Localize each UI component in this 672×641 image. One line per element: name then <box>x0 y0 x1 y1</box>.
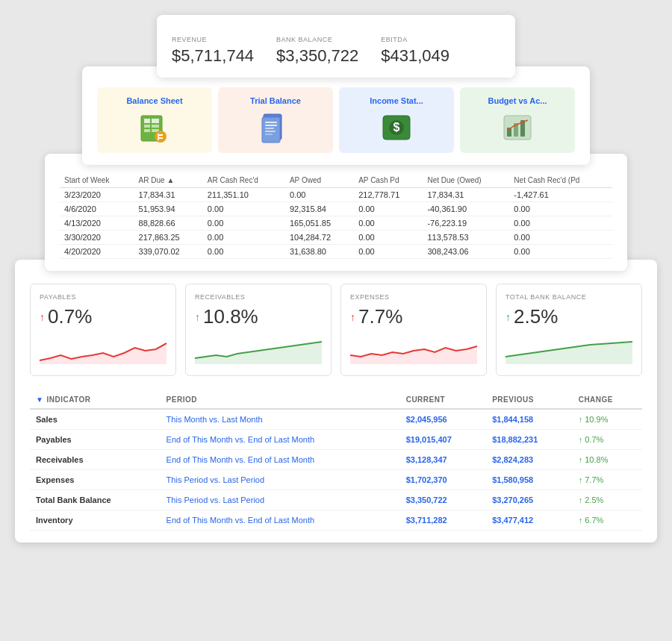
kpi-arrow-icon: ↑ <box>40 311 45 323</box>
svg-rect-2 <box>152 119 159 123</box>
kpi-sparkline <box>350 334 477 364</box>
kpi-previous: $3,270,265 <box>486 490 573 510</box>
table-cell: 0.00 <box>354 245 423 259</box>
kpi-metric-card: PAYABLES ↑ 0.7% <box>30 284 176 376</box>
table-row: Total Bank BalanceThis Period vs. Last P… <box>30 490 642 510</box>
kpi-col-header: PREVIOUS <box>486 391 573 409</box>
suite-item-label: Income Stat... <box>370 96 423 105</box>
svg-text:$: $ <box>393 121 400 134</box>
table-row: 4/6/202051,953.940.0092,315.840.00-40,36… <box>60 202 612 216</box>
metric-item: REVENUE $5,711,744 <box>172 36 254 66</box>
kpi-col-header: ▼INDICATOR <box>30 391 161 409</box>
kpi-table-body: SalesThis Month vs. Last Month$2,045,956… <box>30 409 642 531</box>
table-cell: -1,427.61 <box>509 188 612 202</box>
kpi-previous: $1,580,958 <box>486 470 573 490</box>
kpi-indicator: Total Bank Balance <box>30 490 161 510</box>
table-row: 3/30/2020217,863.250.00104,284.720.00113… <box>60 231 612 245</box>
filter-icon[interactable]: ▼ <box>36 395 43 404</box>
kpi-previous: $2,824,283 <box>486 450 573 470</box>
weekly-table: Start of WeekAR Due ▲AR Cash Rec'dAP Owe… <box>60 173 612 259</box>
document-icon <box>259 111 292 144</box>
suite-item[interactable]: Balance Sheet <box>97 87 212 153</box>
kpi-table: ▼INDICATORPERIODCURRENTPREVIOUSCHANGE Sa… <box>30 391 642 531</box>
kpi-metric-percent: ↑ 7.7% <box>350 305 477 328</box>
table-cell: 217,863.25 <box>134 231 203 245</box>
kpi-period[interactable]: End of This Month vs. End of Last Month <box>161 430 400 450</box>
table-cell: -40,361.90 <box>423 202 509 216</box>
dollar-icon: $ <box>380 111 413 144</box>
kpi-sparkline <box>195 334 322 364</box>
kpi-current: $19,015,407 <box>400 430 487 450</box>
weekly-col-header: AP Cash Pd <box>354 173 423 188</box>
metric-item: BANK BALANCE $3,350,722 <box>276 36 358 66</box>
suite-item[interactable]: Budget vs Ac... <box>460 87 575 153</box>
table-row: 4/20/2020339,070.020.0031,638.800.00308,… <box>60 245 612 259</box>
kpi-change: ↑ 7.7% <box>573 470 642 490</box>
svg-rect-9 <box>158 137 163 139</box>
kpi-change: ↑ 10.8% <box>573 450 642 470</box>
kpi-period[interactable]: End of This Month vs. End of Last Month <box>161 510 400 531</box>
table-cell: 212,778.71 <box>354 188 423 202</box>
weekly-col-header: AR Cash Rec'd <box>203 173 285 188</box>
kpi-period[interactable]: This Period vs. Last Period <box>161 490 400 510</box>
svg-rect-8 <box>158 134 163 136</box>
suite-card: Balance Sheet Trial Balance Income Stat.… <box>82 66 590 165</box>
kpi-metric-card: EXPENSES ↑ 7.7% <box>340 284 487 376</box>
kpi-current: $3,350,722 <box>400 490 487 510</box>
financials-card: REVENUE $5,711,744 BANK BALANCE $3,350,7… <box>157 15 515 78</box>
suite-item[interactable]: Income Stat... $ <box>339 87 454 153</box>
weekly-card: Start of WeekAR Due ▲AR Cash Rec'dAP Owe… <box>45 154 627 271</box>
weekly-col-header: Net Due (Owed) <box>423 173 509 188</box>
svg-rect-22 <box>265 134 273 135</box>
kpi-change: ↑ 0.7% <box>573 430 642 450</box>
kpi-previous: $18,882,231 <box>486 430 573 450</box>
suite-item-label: Trial Balance <box>250 96 301 105</box>
kpi-indicator: Payables <box>30 430 161 450</box>
kpi-period[interactable]: This Period vs. Last Period <box>161 470 400 490</box>
table-row: InventoryEnd of This Month vs. End of La… <box>30 510 642 531</box>
table-cell: 0.00 <box>354 202 423 216</box>
table-row: ReceivablesEnd of This Month vs. End of … <box>30 450 642 470</box>
kpi-change: ↑ 10.9% <box>573 409 642 430</box>
table-cell: 211,351.10 <box>203 188 285 202</box>
kpi-col-header: CURRENT <box>400 391 487 409</box>
metric-value: $431,049 <box>381 46 449 66</box>
metric-label: EBITDA <box>381 36 449 43</box>
kpi-metric-card: TOTAL BANK BALANCE ↑ 2.5% <box>496 284 642 376</box>
kpi-period[interactable]: End of This Month vs. End of Last Month <box>161 450 400 470</box>
table-cell: 17,834.31 <box>423 188 509 202</box>
weekly-col-header: AR Due ▲ <box>134 173 203 188</box>
table-cell: 0.00 <box>509 202 612 216</box>
kpi-period[interactable]: This Month vs. Last Month <box>161 409 400 430</box>
kpi-change: ↑ 6.7% <box>573 510 642 531</box>
table-cell: -76,223.19 <box>423 216 509 231</box>
kpi-card: PAYABLES ↑ 0.7% RECEIVABLES ↑ 10.8% EXPE… <box>15 260 657 542</box>
svg-rect-18 <box>265 122 277 123</box>
table-row: 4/13/202088,828.660.00165,051.850.00-76,… <box>60 216 612 231</box>
kpi-indicator: Inventory <box>30 510 161 531</box>
kpi-metrics-row: PAYABLES ↑ 0.7% RECEIVABLES ↑ 10.8% EXPE… <box>30 284 642 376</box>
svg-rect-20 <box>265 128 274 129</box>
table-cell: 4/13/2020 <box>60 216 134 231</box>
suite-item[interactable]: Trial Balance <box>218 87 333 153</box>
kpi-col-header: PERIOD <box>161 391 400 409</box>
table-cell: 31,638.80 <box>285 245 354 259</box>
financials-metrics: REVENUE $5,711,744 BANK BALANCE $3,350,7… <box>172 36 500 66</box>
table-cell: 0.00 <box>509 216 612 231</box>
metric-value: $3,350,722 <box>276 46 358 66</box>
kpi-arrow-icon: ↑ <box>195 311 200 323</box>
kpi-indicator: Receivables <box>30 450 161 470</box>
table-cell: 0.00 <box>203 231 285 245</box>
table-cell: 113,578.53 <box>423 231 509 245</box>
svg-marker-32 <box>350 346 477 364</box>
svg-rect-4 <box>152 125 159 128</box>
kpi-metric-label: TOTAL BANK BALANCE <box>505 293 632 301</box>
kpi-indicator: Sales <box>30 409 161 430</box>
table-cell: 104,284.72 <box>285 231 354 245</box>
table-cell: 4/20/2020 <box>60 245 134 259</box>
weekly-table-header: Start of WeekAR Due ▲AR Cash Rec'dAP Owe… <box>60 173 612 188</box>
kpi-previous: $3,477,412 <box>486 510 573 531</box>
svg-marker-33 <box>505 342 632 364</box>
table-cell: 0.00 <box>285 188 354 202</box>
kpi-sparkline <box>505 334 632 364</box>
